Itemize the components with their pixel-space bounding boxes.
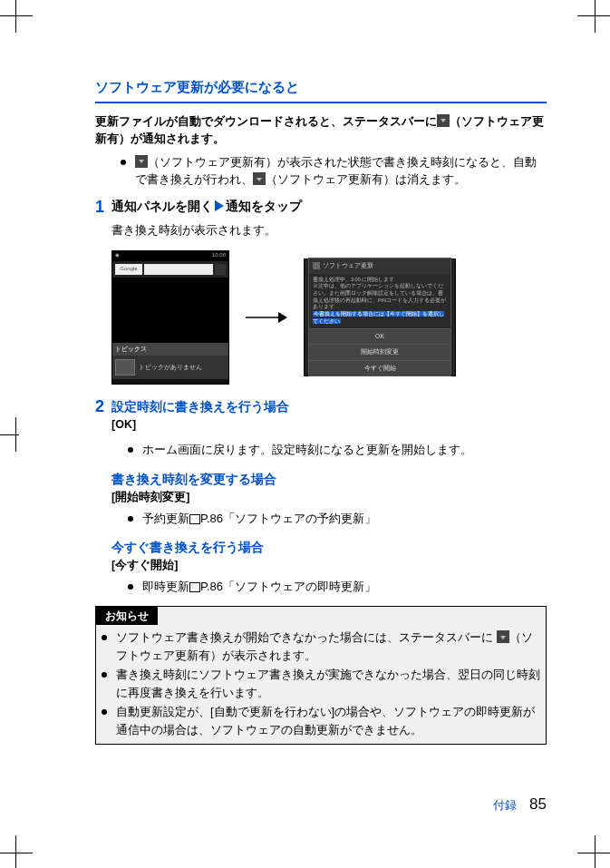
dialog-title-text: ソフトウェア更新 — [323, 261, 373, 271]
google-logo: Google — [115, 264, 142, 275]
case-now-head: 今すぐ書き換えを行う場合 — [111, 538, 547, 557]
notice-item-1: ソフトウェア書き換えが開始できなかった場合には、ステータスバーに （ソフトウェア… — [116, 629, 540, 664]
notice-label: お知らせ — [96, 607, 158, 625]
section-title: ソフトウェア更新が必要になると — [95, 77, 547, 103]
status-left: ◆ — [115, 251, 120, 261]
step-1-head: 通知パネルを開く▶通知をタップ — [111, 198, 547, 218]
step-2-bullet-text: ホーム画面に戻ります。設定時刻になると更新を開始します。 — [142, 441, 472, 459]
dialog-change-button: 開始時刻変更 — [309, 344, 450, 360]
thumbnail-icon — [115, 359, 135, 375]
panel-item-text: トピックがありません — [139, 363, 202, 372]
bullet-icon — [102, 635, 107, 640]
case-now-bullet-text: 即時更新☞P.86「ソフトウェアの即時更新」 — [142, 578, 376, 596]
intro-bullet-text: （ソフトウェア更新有）が表示された状態で書き換え時刻になると、自動で書き換えが行… — [135, 153, 547, 189]
bullet-icon — [128, 516, 133, 522]
triangle-icon: ▶ — [213, 200, 226, 213]
step-number: 2 — [95, 397, 111, 437]
notice-box: お知らせ ソフトウェア書き換えが開始できなかった場合には、ステータスバーに （ソ… — [95, 606, 547, 745]
bullet-icon — [102, 672, 107, 678]
screenshot-update-dialog: ソフトウェア更新 書換え処理中、3:00 に開始します ※注中は、他のアプリケー… — [304, 258, 456, 376]
svg-marker-1 — [278, 312, 287, 323]
page-footer: 付録85 — [493, 793, 547, 816]
dialog-now-button: 今すぐ開始 — [309, 360, 450, 376]
case-now-bracket: [今すぐ開始] — [111, 557, 547, 574]
dialog-line-2: ※注中は、他のアプリケーションを起動しないでください。また画面ロック解除設定をし… — [313, 283, 447, 311]
step-number: 1 — [95, 198, 111, 218]
step-2-head: 設定時刻に書き換えを行う場合 — [111, 397, 547, 416]
intro-text: 更新ファイルが自動でダウンロードされると、ステータスバーに（ソフトウェア更新有）… — [95, 112, 547, 148]
notice-item-3: 自動更新設定が、[自動で更新を行わない]の場合や、ソフトウェアの即時更新が通信中… — [116, 703, 540, 738]
case-now-bullet: 即時更新☞P.86「ソフトウェアの即時更新」 — [111, 578, 547, 596]
screenshot-panel-item: トピックがありません — [112, 356, 228, 379]
dialog-title: ソフトウェア更新 — [309, 258, 450, 274]
dialog-body: 書換え処理中、3:00 に開始します ※注中は、他のアプリケーションを起動しない… — [309, 274, 450, 328]
notice-body: ソフトウェア書き換えが開始できなかった場合には、ステータスバーに （ソフトウェア… — [96, 625, 546, 744]
step-1: 1 通知パネルを開く▶通知をタップ — [95, 198, 547, 218]
case-change-head: 書き換え時刻を変更する場合 — [111, 470, 547, 489]
reference-icon: ☞ — [189, 514, 200, 524]
screenshot-statusbar: ◆ 10:00 — [112, 251, 228, 261]
case-now-b: P.86「ソフトウェアの即時更新」 — [200, 580, 376, 593]
step-2-bracket: [OK] — [111, 416, 547, 434]
update-available-icon — [253, 172, 266, 185]
intro-part-a: 更新ファイルが自動でダウンロードされると、ステータスバーに — [95, 114, 437, 128]
crop-mark — [0, 835, 33, 868]
crop-mark — [577, 0, 610, 33]
case-change-bullet: 予約更新☞P.86「ソフトウェアの予約更新」 — [111, 510, 547, 528]
screenshot-gap — [112, 278, 228, 343]
page-number: 85 — [529, 795, 547, 813]
case-change-bullet-text: 予約更新☞P.86「ソフトウェアの予約更新」 — [142, 510, 376, 528]
crop-mark — [577, 835, 610, 868]
mic-icon — [215, 264, 226, 275]
dialog-highlight: 今書換えを開始する場合には【今すぐ開始】を選択してください — [313, 311, 444, 324]
crop-mark — [0, 417, 33, 452]
step-2: 2 設定時刻に書き換えを行う場合 [OK] — [95, 397, 547, 437]
screenshot-search-row: Google — [112, 261, 228, 278]
case-change-b: P.86「ソフトウェアの予約更新」 — [200, 512, 376, 525]
step-2-bullet: ホーム画面に戻ります。設定時刻になると更新を開始します。 — [95, 441, 547, 459]
dialog-ok-button: OK — [309, 328, 450, 345]
bullet-icon — [102, 709, 107, 715]
step-1-head-a: 通知パネルを開く — [111, 200, 213, 213]
screenshot-notification-panel: ◆ 10:00 Google トピックス トピックがありません — [111, 250, 229, 385]
intro-bullet: （ソフトウェア更新有）が表示された状態で書き換え時刻になると、自動で書き換えが行… — [95, 153, 547, 189]
case-change-a: 予約更新 — [142, 512, 189, 525]
search-input-mock — [144, 264, 213, 275]
bullet-icon — [128, 584, 133, 590]
status-time: 10:00 — [212, 251, 226, 261]
bullet-icon — [121, 160, 126, 165]
page-content: ソフトウェア更新が必要になると 更新ファイルが自動でダウンロードされると、ステー… — [0, 0, 610, 781]
notice-1-a: ソフトウェア書き換えが開始できなかった場合には、ステータスバーに — [116, 630, 493, 644]
step-1-head-b: 通知をタップ — [226, 200, 302, 213]
crop-mark — [0, 0, 33, 33]
update-available-icon — [437, 114, 450, 127]
intro-bullet-b: （ソフトウェア更新有）は消えます。 — [266, 172, 466, 186]
case-now-a: 即時更新 — [142, 580, 189, 593]
screenshot-panel-label: トピックス — [112, 343, 228, 356]
screenshots-row: ◆ 10:00 Google トピックス トピックがありません — [95, 250, 547, 385]
case-change-bracket: [開始時刻変更] — [111, 489, 547, 506]
reference-icon: ☞ — [189, 582, 200, 592]
update-available-icon — [135, 155, 148, 168]
notice-item-2: 書き換え時刻にソフトウェア書き換えが実施できなかった場合、翌日の同じ時刻に再度書… — [116, 666, 540, 701]
dialog-title-icon — [313, 262, 320, 269]
dialog: ソフトウェア更新 書換え処理中、3:00 に開始します ※注中は、他のアプリケー… — [308, 258, 451, 376]
arrow-right-icon — [246, 310, 287, 325]
bullet-icon — [128, 447, 133, 453]
footer-section: 付録 — [493, 798, 517, 812]
step-1-body: 書き換え時刻が表示されます。 — [95, 221, 547, 239]
update-available-icon — [497, 630, 509, 643]
